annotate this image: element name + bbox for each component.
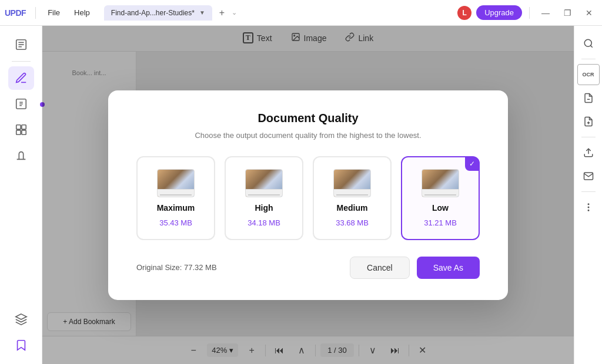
modal-subtitle: Choose the output document quality from … <box>136 131 480 140</box>
quality-name-low: Low <box>432 203 449 213</box>
tabs-chevron-icon[interactable]: ⌄ <box>232 9 237 16</box>
quality-thumbnail-high <box>245 169 283 197</box>
sidebar-icon-pages[interactable] <box>8 33 34 56</box>
svg-point-20 <box>588 210 589 211</box>
sidebar-icon-annotate[interactable] <box>8 66 34 90</box>
right-extract-icon[interactable] <box>577 87 600 109</box>
right-sep-2 <box>581 137 596 137</box>
right-share-icon[interactable] <box>577 142 600 163</box>
right-search-icon[interactable] <box>577 33 600 54</box>
svg-rect-7 <box>16 130 20 134</box>
title-bar: UPDF File Help Find-and-Ap...her-Studies… <box>0 0 602 26</box>
quality-card-medium[interactable]: Medium 33.68 MB <box>313 156 392 240</box>
quality-check-icon: ✓ <box>465 157 479 171</box>
left-sidebar <box>0 26 42 364</box>
right-sep-3 <box>581 191 596 192</box>
svg-point-12 <box>584 39 591 46</box>
sidebar-icon-edit[interactable] <box>8 92 34 116</box>
svg-rect-8 <box>21 130 25 134</box>
right-more-icon[interactable] <box>577 197 600 218</box>
modal-title: Document Quality <box>136 112 480 125</box>
quality-thumbnail-medium <box>333 169 371 197</box>
modal-footer: Original Size: 77.32 MB Cancel Save As <box>136 257 480 279</box>
right-sidebar: OCR <box>574 26 602 364</box>
modal-overlay: Document Quality Choose the output docum… <box>42 26 574 364</box>
sidebar-icon-organize[interactable] <box>8 118 34 141</box>
quality-name-maximum: Maximum <box>157 203 195 213</box>
svg-point-18 <box>588 207 589 208</box>
current-tab[interactable]: Find-and-Ap...her-Studies* ▼ <box>104 5 212 21</box>
tab-label: Find-and-Ap...her-Studies* <box>111 9 195 17</box>
quality-thumbnail-low <box>422 169 459 197</box>
quality-size-maximum: 35.43 MB <box>159 218 192 227</box>
app-logo: UPDF <box>5 8 26 18</box>
title-bar-right: L Upgrade — ❐ ✕ <box>457 5 597 20</box>
menu-help[interactable]: Help <box>69 6 95 19</box>
right-ocr-icon[interactable]: OCR <box>577 64 600 85</box>
sidebar-bottom <box>8 308 34 357</box>
avatar: L <box>457 6 471 20</box>
quality-name-medium: Medium <box>337 203 368 213</box>
svg-line-13 <box>590 45 592 47</box>
right-email-icon[interactable] <box>577 166 600 187</box>
quality-name-high: High <box>255 203 273 213</box>
modal-actions: Cancel Save As <box>350 257 480 279</box>
svg-rect-6 <box>21 125 25 129</box>
quality-thumbnail-maximum <box>157 169 195 197</box>
app-body: T Text Image Link <box>0 26 602 364</box>
sidebar-sep-1 <box>12 61 31 62</box>
save-as-button[interactable]: Save As <box>417 257 480 279</box>
sidebar-icon-stamp[interactable] <box>8 144 34 167</box>
sidebar-icon-layers[interactable] <box>8 308 34 331</box>
title-sep-1 <box>35 7 36 19</box>
quality-size-high: 34.18 MB <box>248 218 280 227</box>
cancel-button[interactable]: Cancel <box>350 257 410 279</box>
main-content: T Text Image Link <box>42 26 574 364</box>
svg-marker-9 <box>15 314 26 319</box>
tab-chevron-icon: ▼ <box>199 9 205 16</box>
menu-file[interactable]: File <box>43 6 65 19</box>
quality-card-low[interactable]: ✓ Low 31.21 MB <box>401 156 480 240</box>
quality-size-medium: 33.68 MB <box>336 218 369 227</box>
document-quality-modal: Document Quality Choose the output docum… <box>108 90 508 300</box>
right-sep-1 <box>581 59 596 59</box>
title-sep-2 <box>529 7 530 19</box>
upgrade-button[interactable]: Upgrade <box>476 5 522 20</box>
svg-rect-5 <box>16 125 20 129</box>
maximize-button[interactable]: ❐ <box>559 6 576 20</box>
minimize-button[interactable]: — <box>537 6 554 20</box>
quality-options: Maximum 35.43 MB High 34.18 MB Medium 33… <box>136 156 480 240</box>
svg-point-19 <box>588 204 589 205</box>
sidebar-icon-bookmark[interactable] <box>8 333 34 357</box>
quality-card-maximum[interactable]: Maximum 35.43 MB <box>136 156 215 240</box>
quality-card-high[interactable]: High 34.18 MB <box>225 156 303 240</box>
original-size-label: Original Size: 77.32 MB <box>136 263 217 272</box>
close-button[interactable]: ✕ <box>581 6 597 20</box>
new-tab-button[interactable]: + <box>219 8 225 18</box>
quality-size-low: 31.21 MB <box>424 218 457 227</box>
right-compress-icon[interactable] <box>577 111 600 132</box>
